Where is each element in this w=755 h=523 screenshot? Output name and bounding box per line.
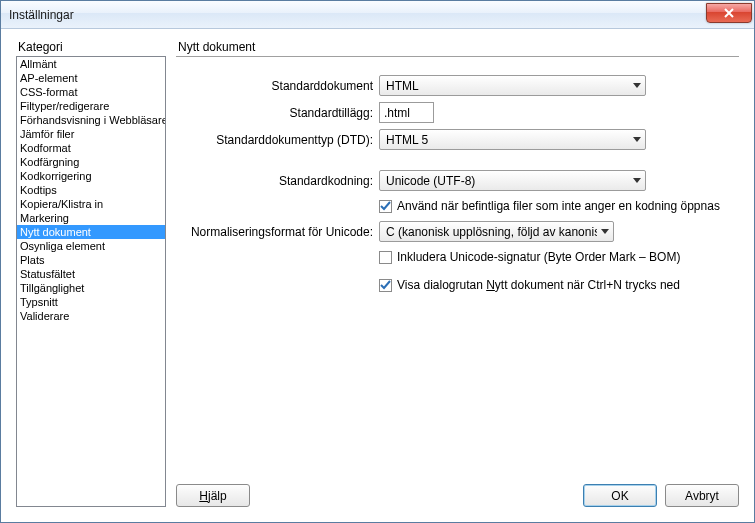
- divider: [176, 56, 739, 57]
- row-default-encoding: Standardkodning: Unicode (UTF-8): [176, 170, 739, 191]
- form: Standarddokument HTML Standardtillägg: S…: [176, 75, 739, 300]
- row-default-document: Standarddokument HTML: [176, 75, 739, 96]
- category-item[interactable]: Filtyper/redigerare: [17, 99, 165, 113]
- normalization-value: C (kanonisk upplösning, följd av kanonis…: [386, 225, 597, 239]
- cancel-button[interactable]: Avbryt: [665, 484, 739, 507]
- category-list[interactable]: AllmäntAP-elementCSS-formatFiltyper/redi…: [16, 56, 166, 507]
- show-dialog-checkbox[interactable]: [379, 279, 392, 292]
- category-item[interactable]: Allmänt: [17, 57, 165, 71]
- label-default-document: Standarddokument: [176, 79, 379, 93]
- category-label: Kategori: [16, 40, 166, 56]
- row-normalization: Normaliseringsformat för Unicode: C (kan…: [176, 221, 739, 242]
- category-item[interactable]: Osynliga element: [17, 239, 165, 253]
- chevron-down-icon: [633, 178, 641, 183]
- row-show-dialog: Visa dialogrutan Nytt dokument när Ctrl+…: [379, 278, 739, 292]
- category-item[interactable]: Förhandsvisning i Webbläsare: [17, 113, 165, 127]
- close-icon: [723, 8, 735, 18]
- category-item[interactable]: CSS-format: [17, 85, 165, 99]
- default-dtd-value: HTML 5: [386, 133, 629, 147]
- help-button[interactable]: Hjälp: [176, 484, 250, 507]
- default-dtd-dropdown[interactable]: HTML 5: [379, 129, 646, 150]
- show-dialog-label: Visa dialogrutan Nytt dokument när Ctrl+…: [397, 278, 680, 292]
- category-item[interactable]: Tillgänglighet: [17, 281, 165, 295]
- category-item[interactable]: Statusfältet: [17, 267, 165, 281]
- normalization-dropdown[interactable]: C (kanonisk upplösning, följd av kanonis…: [379, 221, 614, 242]
- category-item[interactable]: Kodkorrigering: [17, 169, 165, 183]
- category-item[interactable]: AP-element: [17, 71, 165, 85]
- apply-existing-checkbox[interactable]: [379, 200, 392, 213]
- default-document-value: HTML: [386, 79, 629, 93]
- ok-button[interactable]: OK: [583, 484, 657, 507]
- default-encoding-value: Unicode (UTF-8): [386, 174, 629, 188]
- chevron-down-icon: [601, 229, 609, 234]
- category-item[interactable]: Typsnitt: [17, 295, 165, 309]
- label-default-extension: Standardtillägg:: [176, 106, 379, 120]
- category-panel: Kategori AllmäntAP-elementCSS-formatFilt…: [16, 40, 166, 507]
- row-apply-existing: Använd när befintliga filer som inte ang…: [379, 199, 739, 213]
- category-item[interactable]: Plats: [17, 253, 165, 267]
- row-default-dtd: Standarddokumenttyp (DTD): HTML 5: [176, 129, 739, 150]
- chevron-down-icon: [633, 137, 641, 142]
- label-default-dtd: Standarddokumenttyp (DTD):: [176, 133, 379, 147]
- window-title: Inställningar: [9, 8, 706, 22]
- default-extension-input[interactable]: [379, 102, 434, 123]
- row-include-bom: Inkludera Unicode-signatur (Byte Order M…: [379, 250, 739, 264]
- titlebar: Inställningar: [1, 1, 754, 29]
- label-normalization: Normaliseringsformat för Unicode:: [176, 225, 379, 239]
- category-item[interactable]: Kodtips: [17, 183, 165, 197]
- category-item[interactable]: Jämför filer: [17, 127, 165, 141]
- category-item[interactable]: Kodformat: [17, 141, 165, 155]
- category-item[interactable]: Kopiera/Klistra in: [17, 197, 165, 211]
- row-default-extension: Standardtillägg:: [176, 102, 739, 123]
- close-button[interactable]: [706, 3, 752, 23]
- label-default-encoding: Standardkodning:: [176, 174, 379, 188]
- category-item[interactable]: Kodfärgning: [17, 155, 165, 169]
- category-item[interactable]: Markering: [17, 211, 165, 225]
- default-encoding-dropdown[interactable]: Unicode (UTF-8): [379, 170, 646, 191]
- chevron-down-icon: [633, 83, 641, 88]
- category-item[interactable]: Validerare: [17, 309, 165, 323]
- category-item[interactable]: Nytt dokument: [17, 225, 165, 239]
- apply-existing-label: Använd när befintliga filer som inte ang…: [397, 199, 720, 213]
- preferences-window: Inställningar Kategori AllmäntAP-element…: [0, 0, 755, 523]
- dialog-body: Kategori AllmäntAP-elementCSS-formatFilt…: [1, 29, 754, 522]
- include-bom-label: Inkludera Unicode-signatur (Byte Order M…: [397, 250, 680, 264]
- button-bar: Hjälp OK Avbryt: [176, 484, 739, 507]
- include-bom-checkbox[interactable]: [379, 251, 392, 264]
- content-panel: Nytt dokument Standarddokument HTML Stan…: [176, 40, 739, 507]
- default-document-dropdown[interactable]: HTML: [379, 75, 646, 96]
- section-title: Nytt dokument: [176, 40, 739, 56]
